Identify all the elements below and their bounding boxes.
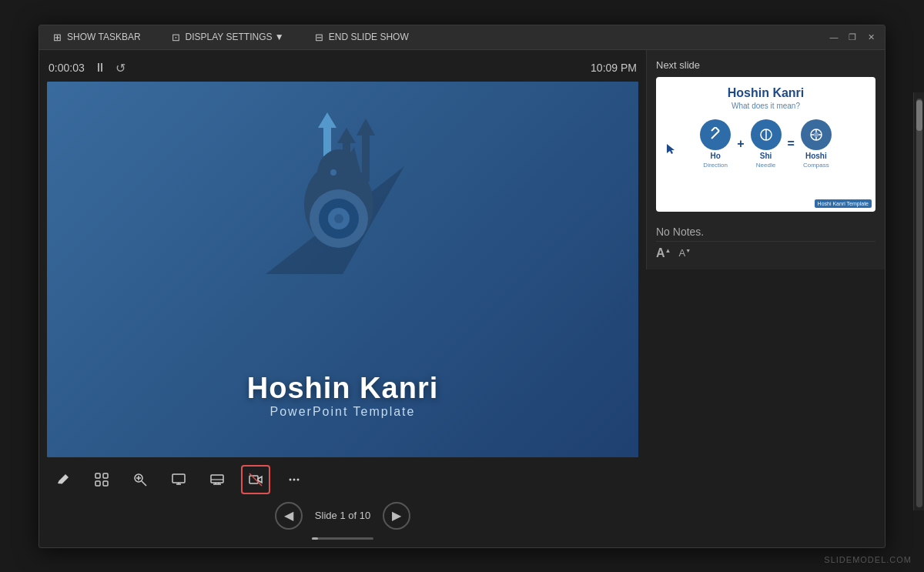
zoom-button[interactable] (126, 465, 155, 494)
slide-subtitle: PowerPoint Template (47, 405, 638, 419)
shi-circle (751, 119, 782, 150)
minimize-button[interactable]: — (828, 31, 840, 43)
main-panel: 0:00:03 ⏸ ↺ 10:09 PM (39, 50, 646, 547)
svg-rect-15 (95, 473, 100, 478)
shi-sublabel: Needle (756, 162, 775, 169)
svg-line-20 (142, 481, 146, 486)
show-taskbar-label: SHOW TASKBAR (67, 32, 141, 42)
svg-point-34 (290, 478, 292, 480)
svg-rect-23 (172, 474, 185, 483)
svg-point-10 (330, 169, 336, 176)
slide-progress-fill (312, 537, 318, 540)
navigation-row: ◀ Slide 1 of 10 ▶ (47, 499, 638, 540)
prev-slide-button[interactable]: ◀ (275, 502, 303, 530)
display-icon: ⊡ (172, 32, 180, 43)
next-slide-button[interactable]: ▶ (383, 502, 410, 530)
reset-icon[interactable]: ↺ (116, 61, 126, 75)
elapsed-time: 0:00:03 (49, 62, 85, 74)
font-increase-button[interactable]: A▲ (656, 246, 671, 260)
taskbar-icon: ⊞ (53, 32, 62, 43)
svg-rect-26 (211, 475, 223, 483)
notes-text: No Notes. (656, 226, 704, 238)
plus-sign-1: + (737, 137, 744, 151)
slide-display: Hoshin Kanri PowerPoint Template (47, 82, 638, 457)
title-bar-actions: ⊞ SHOW TASKBAR ⊡ DISPLAY SETTINGS ▼ ⊟ EN… (47, 28, 415, 46)
grid-button[interactable] (87, 465, 116, 494)
font-decrease-button[interactable]: A▼ (678, 247, 691, 259)
pen-button[interactable] (49, 465, 78, 494)
notes-area: No Notes. (656, 222, 875, 241)
hoshi-item: Hoshi Compass (801, 119, 832, 169)
next-slide-preview: Hoshin Kanri What does it mean? Ho Direc… (656, 77, 875, 212)
content-area: 0:00:03 ⏸ ↺ 10:09 PM (39, 50, 885, 547)
ho-label: Ho (710, 152, 720, 160)
display-settings-button[interactable]: ⊡ DISPLAY SETTINGS ▼ (166, 28, 290, 46)
cursor-indicator (667, 144, 675, 155)
slide-counter: Slide 1 of 10 (315, 510, 370, 521)
end-slideshow-label: END SLIDE SHOW (329, 32, 409, 42)
monitor-button[interactable] (203, 465, 232, 494)
screen-button[interactable] (164, 465, 193, 494)
font-controls: A▲ A▼ (656, 241, 875, 260)
hoshi-circle (801, 119, 832, 150)
slide-main-title: Hoshin Kanri (47, 372, 638, 405)
svg-rect-18 (103, 481, 108, 486)
more-button[interactable] (280, 465, 309, 494)
slide-text-area: Hoshin Kanri PowerPoint Template (47, 366, 638, 419)
timer-left: 0:00:03 ⏸ ↺ (49, 61, 126, 75)
video-button[interactable] (241, 465, 270, 494)
svg-point-35 (293, 478, 296, 480)
svg-point-36 (297, 478, 300, 480)
current-time: 10:09 PM (591, 62, 637, 74)
title-bar: ⊞ SHOW TASKBAR ⊡ DISPLAY SETTINGS ▼ ⊟ EN… (39, 25, 885, 50)
svg-point-14 (334, 214, 343, 223)
svg-marker-2 (318, 112, 336, 128)
slide-toolbar (47, 457, 638, 499)
right-panel-wrapper: Next slide Hoshin Kanri What does it mea… (646, 50, 885, 547)
hoshi-sublabel: Compass (803, 162, 829, 169)
hoshi-label: Hoshi (805, 152, 827, 160)
preview-footer: Hoshi Kanri Template (815, 199, 872, 208)
end-slideshow-button[interactable]: ⊟ END SLIDE SHOW (309, 28, 415, 46)
window-controls: — ❐ ✕ (828, 31, 877, 43)
timer-bar: 0:00:03 ⏸ ↺ 10:09 PM (47, 58, 638, 82)
slide-progress-bar (312, 537, 373, 540)
svg-rect-17 (95, 481, 100, 486)
pause-icon[interactable]: ⏸ (94, 61, 106, 75)
svg-marker-4 (337, 128, 356, 143)
restore-button[interactable]: ❐ (846, 31, 859, 43)
preview-title: Hoshin Kanri (728, 86, 805, 100)
ho-sublabel: Direction (703, 162, 728, 169)
next-slide-label: Next slide (656, 59, 875, 71)
right-panel: Next slide Hoshin Kanri What does it mea… (646, 50, 885, 269)
close-button[interactable]: ✕ (865, 31, 877, 43)
ho-item: Ho Direction (700, 119, 731, 169)
slide-graphic-svg (204, 105, 481, 274)
presentation-window: ⊞ SHOW TASKBAR ⊡ DISPLAY SETTINGS ▼ ⊟ EN… (38, 25, 886, 548)
equals-sign: = (788, 137, 795, 151)
svg-marker-45 (667, 144, 675, 154)
slideshow-icon: ⊟ (315, 32, 323, 43)
preview-content: Hoshin Kanri What does it mean? Ho Direc… (656, 77, 875, 212)
shi-item: Shi Needle (751, 119, 782, 169)
preview-icons-area: Ho Direction + Shi Needle (700, 119, 832, 169)
svg-point-40 (814, 132, 819, 137)
watermark: SLIDEMODEL.COM (824, 555, 912, 564)
slide-background: Hoshin Kanri PowerPoint Template (47, 82, 638, 457)
show-taskbar-button[interactable]: ⊞ SHOW TASKBAR (47, 28, 147, 46)
display-settings-label: DISPLAY SETTINGS ▼ (186, 32, 284, 42)
svg-marker-6 (357, 119, 375, 135)
svg-rect-16 (103, 473, 108, 478)
preview-subtitle: What does it mean? (732, 102, 800, 110)
ho-circle (700, 119, 731, 150)
shi-label: Shi (760, 152, 772, 160)
